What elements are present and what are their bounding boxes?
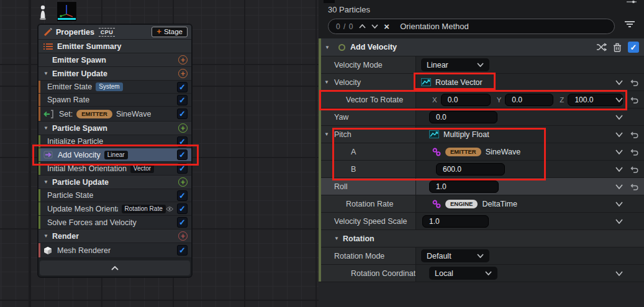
module-enabled-checkbox[interactable]: ✓ — [177, 136, 188, 147]
param-label: Rotation Coordinate Sp — [351, 269, 416, 278]
module-enabled-checkbox[interactable]: ✓ — [177, 95, 188, 105]
coordinate-space-dropdown[interactable]: Local — [429, 267, 497, 280]
expander-icon[interactable]: ▼ — [325, 45, 333, 50]
expander-icon[interactable]: ▼ — [324, 131, 329, 137]
module-initial-mesh-orientation[interactable]: Initial Mesh Orientation Vector ✓ — [39, 162, 191, 176]
y-value-field[interactable]: 0.0 — [505, 94, 553, 106]
reset-to-default-icon[interactable] — [630, 79, 638, 86]
properties-row[interactable]: Properties CPU + Stage — [39, 25, 191, 40]
add-stage-button[interactable]: + Stage — [152, 27, 188, 37]
add-renderer-icon[interactable]: + — [178, 231, 188, 241]
emitter-thumbnail[interactable] — [57, 1, 77, 22]
group-particle-update[interactable]: ▼ Particle Update + — [39, 176, 191, 189]
linked-parameter-value[interactable]: EMITTER SineWave — [432, 148, 520, 156]
section-label: Rotation — [343, 234, 374, 243]
delete-module-icon[interactable] — [613, 43, 622, 52]
group-render[interactable]: ▼ Render + — [39, 229, 191, 243]
details-rows: ▼ Add Velocity ✓ Velocity — [319, 38, 644, 307]
module-enabled-checkbox[interactable]: ✓ — [177, 149, 188, 160]
module-initialize-particle[interactable]: Initialize Particle ✓ — [39, 135, 191, 148]
visibility-eye-icon[interactable] — [166, 206, 173, 212]
chevron-down-icon[interactable] — [615, 167, 623, 172]
module-enabled-checkbox[interactable]: ✓ — [177, 245, 188, 256]
search-prev-icon[interactable] — [359, 24, 366, 29]
linked-parameter-value[interactable]: ENGINE DeltaTime — [432, 200, 517, 208]
dynamic-input-value[interactable]: Rotate Vector — [421, 78, 483, 87]
chevron-down-icon[interactable] — [615, 149, 623, 154]
module-set-emitter-sinewave[interactable]: Set: EMITTER SineWave ✓ — [39, 107, 191, 122]
velocity-mode-dropdown[interactable]: Linear — [421, 58, 489, 71]
clear-search-icon[interactable]: × — [384, 22, 389, 31]
reset-to-default-icon[interactable] — [630, 96, 638, 104]
settings-sliders-icon[interactable] — [627, 0, 637, 4]
search-next-icon[interactable] — [371, 24, 378, 29]
x-value-field[interactable]: 0.0 — [441, 94, 491, 106]
chevron-down-icon[interactable] — [615, 219, 623, 224]
row-pitch: ▼ Pitch Multiply Float — [319, 126, 644, 143]
chevron-down-icon[interactable] — [615, 115, 623, 120]
linked-parameter-name: DeltaTime — [482, 200, 517, 208]
chevron-down-icon[interactable] — [615, 271, 623, 276]
reset-to-default-icon[interactable] — [630, 166, 638, 173]
module-enabled-checkbox[interactable]: ✓ — [177, 163, 188, 174]
chevron-down-icon[interactable] — [615, 202, 623, 207]
section-rotation[interactable]: ▼ Rotation — [319, 230, 644, 247]
reset-to-default-icon[interactable] — [630, 131, 638, 138]
search-query-text[interactable]: Orientation Method — [400, 22, 469, 31]
cpu-badge: CPU — [99, 28, 116, 37]
reset-to-default-icon[interactable] — [630, 183, 638, 190]
speed-scale-field[interactable]: 1.0 — [422, 215, 489, 228]
module-enabled-checkbox[interactable]: ✓ — [177, 109, 188, 119]
roll-value-field[interactable]: 1.0 — [429, 180, 499, 193]
group-label: Particle Spawn — [52, 124, 107, 133]
add-module-icon[interactable]: + — [178, 69, 188, 78]
details-header-add-velocity[interactable]: ▼ Add Velocity ✓ — [319, 38, 644, 56]
add-module-icon[interactable]: + — [178, 55, 188, 65]
collapse-stack-button[interactable] — [40, 260, 190, 275]
module-enabled-checkbox[interactable]: ✓ — [177, 203, 188, 214]
module-enabled-checkbox[interactable]: ✓ — [177, 217, 188, 228]
dynamic-input-chart-icon — [429, 130, 439, 138]
shuffle-icon[interactable] — [596, 43, 607, 51]
dynamic-input-value[interactable]: Multiply Float — [429, 130, 489, 139]
expander-icon[interactable]: ▼ — [43, 179, 52, 185]
chevron-up-icon — [111, 266, 119, 270]
expander-icon[interactable]: ▼ — [43, 71, 52, 76]
expander-icon[interactable]: ▼ — [43, 233, 52, 239]
chevron-down-icon[interactable] — [615, 184, 623, 189]
module-particle-state[interactable]: Particle State ✓ — [39, 189, 191, 202]
module-enabled-checkbox[interactable]: ✓ — [628, 42, 639, 53]
chevron-down-icon[interactable] — [615, 132, 623, 137]
expander-icon[interactable]: ▼ — [43, 125, 52, 131]
add-module-icon[interactable]: + — [178, 177, 188, 187]
expander-icon[interactable]: ▼ — [334, 236, 343, 241]
module-mesh-renderer[interactable]: Mesh Renderer ✓ — [39, 243, 191, 258]
particle-count-label: 30 Particles — [328, 5, 370, 14]
b-value-field[interactable]: 600.0 — [436, 163, 505, 176]
chevron-down-icon[interactable] — [615, 97, 623, 102]
module-solve-forces[interactable]: Solve Forces and Velocity ✓ — [39, 216, 191, 229]
param-label: Rotation Mode — [334, 252, 384, 260]
search-bar[interactable]: 0 / 0 × Orientation Method — [328, 19, 615, 34]
param-label: Roll — [334, 182, 348, 191]
chevron-down-icon[interactable] — [615, 80, 623, 85]
module-add-velocity[interactable]: Add Velocity Linear ✓ — [39, 148, 191, 162]
group-emitter-spawn[interactable]: ▼ Emitter Spawn + — [39, 53, 191, 67]
group-particle-spawn[interactable]: ▼ Particle Spawn + — [39, 122, 191, 135]
chevron-down-icon — [485, 271, 492, 275]
add-module-icon[interactable]: + — [178, 123, 188, 133]
module-enabled-checkbox[interactable]: ✓ — [177, 82, 188, 92]
reset-to-default-icon[interactable] — [630, 148, 638, 156]
module-enabled-checkbox[interactable]: ✓ — [177, 190, 188, 201]
module-spawn-rate[interactable]: Spawn Rate ✓ — [39, 94, 191, 107]
yaw-value-field[interactable]: 0.0 — [429, 111, 497, 123]
emitter-summary-row[interactable]: Emitter Summary — [39, 40, 191, 53]
filter-icon[interactable] — [624, 20, 635, 28]
module-update-mesh-orientation[interactable]: Update Mesh Orientation Rotation Rate ✓ — [39, 202, 191, 216]
chain-link-icon — [432, 200, 441, 208]
rotation-mode-dropdown[interactable]: Default — [421, 249, 489, 262]
row-roll: Roll 1.0 — [319, 178, 644, 195]
expander-icon[interactable]: ▼ — [324, 79, 329, 85]
group-emitter-update[interactable]: ▼ Emitter Update + — [39, 67, 191, 81]
module-emitter-state[interactable]: Emitter State System ✓ — [39, 81, 191, 94]
